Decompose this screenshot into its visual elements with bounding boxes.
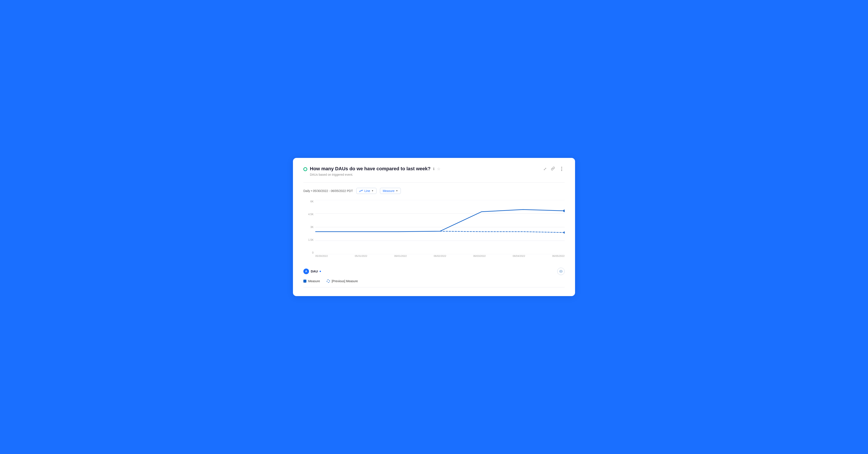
y-label-1500: 1.5K xyxy=(303,238,315,241)
x-label-5: 06/04/2022 xyxy=(513,255,525,261)
expand-button[interactable]: ⤢ xyxy=(543,166,547,172)
chart-inner xyxy=(315,200,565,254)
x-label-3: 06/02/2022 xyxy=(434,255,446,261)
dau-badge: A xyxy=(303,268,309,274)
svg-point-5 xyxy=(560,271,561,272)
card-subtitle: DAUs based on triggered event. xyxy=(310,173,440,176)
line-chart-button[interactable]: Line ▼ xyxy=(356,188,376,194)
link-button[interactable] xyxy=(551,166,555,172)
card-title: How many DAUs do we have compared to las… xyxy=(310,166,431,172)
chart-svg xyxy=(315,200,565,254)
legend-section: A DAU xyxy=(303,268,565,275)
y-label-0: 0 xyxy=(303,251,315,254)
outer-frame: How many DAUs do we have compared to las… xyxy=(284,149,584,305)
y-label-3000: 3K xyxy=(303,226,315,229)
line-chart-icon xyxy=(359,189,363,192)
x-label-4: 06/03/2022 xyxy=(473,255,486,261)
legend-item-previous-measure: [Previous] Measure xyxy=(327,280,358,283)
chart-area: 0 1.5K 3K 4.5K 6K xyxy=(303,200,565,261)
previous-measure-swatch xyxy=(327,280,330,283)
measure-label: Measure xyxy=(308,280,320,283)
star-icon[interactable]: ☆ xyxy=(437,167,440,171)
legend-dot xyxy=(320,271,321,272)
measure-caret-icon: ▼ xyxy=(396,190,398,192)
line-caret-icon: ▼ xyxy=(372,190,374,192)
y-label-6000: 6K xyxy=(303,200,315,203)
dotted-line-endpoint xyxy=(563,231,565,234)
date-range-label: Daily • 05/30/2022 - 06/05/2022 PDT xyxy=(303,189,353,193)
previous-measure-label: [Previous] Measure xyxy=(332,280,358,283)
y-label-4500: 4.5K xyxy=(303,213,315,216)
card-header: How many DAUs do we have compared to las… xyxy=(303,166,565,181)
x-label-0: 05/30/2022 xyxy=(315,255,328,261)
x-label-1: 05/31/2022 xyxy=(355,255,367,261)
x-axis: 05/30/2022 05/31/2022 06/01/2022 06/02/2… xyxy=(315,255,565,261)
solid-line-endpoint xyxy=(563,209,565,212)
more-button[interactable]: ⋮ xyxy=(559,166,565,172)
chart-controls: Daily • 05/30/2022 - 06/05/2022 PDT Line… xyxy=(303,188,565,194)
eye-icon xyxy=(559,270,563,273)
solid-line xyxy=(315,209,565,232)
y-axis: 0 1.5K 3K 4.5K 6K xyxy=(303,200,315,254)
legend-item-measure: Measure xyxy=(303,280,320,283)
dau-label: DAU xyxy=(311,269,318,273)
active-indicator xyxy=(303,167,307,171)
card: How many DAUs do we have compared to las… xyxy=(293,158,575,296)
legend-items: Measure [Previous] Measure xyxy=(303,280,565,283)
measure-swatch xyxy=(303,280,306,283)
visibility-toggle-button[interactable] xyxy=(557,268,565,275)
info-icon[interactable]: ℹ xyxy=(433,167,434,171)
header-actions: ⤢ ⋮ xyxy=(543,166,565,172)
dotted-line xyxy=(440,231,565,232)
x-label-2: 06/01/2022 xyxy=(394,255,407,261)
measure-button[interactable]: Measure ▼ xyxy=(380,188,401,194)
title-row: How many DAUs do we have compared to las… xyxy=(303,166,440,172)
x-label-6: 06/05/2022 xyxy=(552,255,565,261)
title-block: How many DAUs do we have compared to las… xyxy=(303,166,440,181)
